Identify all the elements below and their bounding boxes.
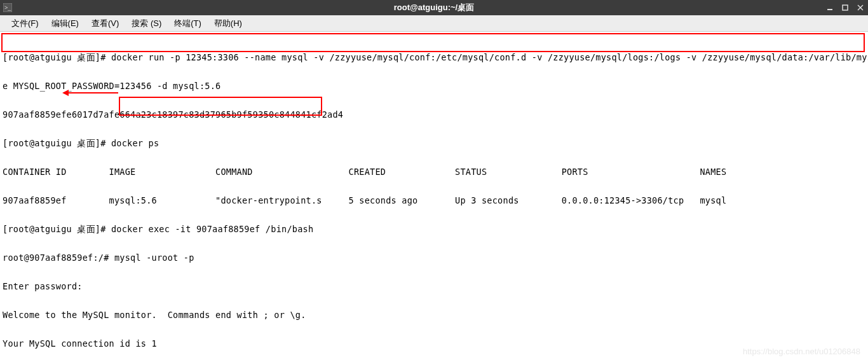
window-controls	[825, 3, 865, 13]
terminal-icon: >_	[0, 0, 15, 15]
terminal-line: 907aaf8859ef mysql:5.6 "docker-entrypoin…	[3, 196, 865, 205]
terminal-line: Welcome to the MySQL monitor. Commands e…	[3, 310, 865, 320]
terminal-line: root@907aaf8859ef:/# mysql -uroot -p	[3, 253, 865, 263]
svg-text:>_: >_	[4, 4, 11, 11]
close-button[interactable]	[855, 3, 865, 13]
menu-edit[interactable]: 编辑(E)	[45, 16, 85, 31]
menu-help[interactable]: 帮助(H)	[208, 16, 248, 31]
titlebar: >_ root@atguigu:~/桌面	[0, 0, 868, 15]
terminal-line: CONTAINER ID IMAGE COMMAND CREATED STATU…	[3, 167, 865, 177]
terminal-line: e MYSQL_ROOT_PASSWORD=123456 -d mysql:5.…	[3, 81, 865, 91]
menubar: 文件(F) 编辑(E) 查看(V) 搜索 (S) 终端(T) 帮助(H)	[0, 15, 868, 32]
minimize-button[interactable]	[825, 3, 835, 13]
menu-view[interactable]: 查看(V)	[85, 16, 125, 31]
terminal-line: Your MySQL connection id is 1	[3, 339, 865, 349]
menu-terminal[interactable]: 终端(T)	[168, 16, 208, 31]
menu-search[interactable]: 搜索 (S)	[125, 16, 168, 31]
maximize-button[interactable]	[840, 3, 850, 13]
terminal-line: [root@atguigu 桌面]# docker run -p 12345:3…	[3, 53, 865, 62]
terminal-output[interactable]: [root@atguigu 桌面]# docker run -p 12345:3…	[0, 32, 868, 360]
window-title: root@atguigu:~/桌面	[394, 2, 474, 13]
terminal-line: 907aaf8859efe6017d7afe664a23c18397c83d37…	[3, 110, 865, 120]
terminal-line: Enter password:	[3, 282, 865, 291]
terminal-line: [root@atguigu 桌面]# docker ps	[3, 139, 865, 148]
terminal-line: [root@atguigu 桌面]# docker exec -it 907aa…	[3, 225, 865, 234]
svg-rect-3	[843, 5, 848, 10]
menu-file[interactable]: 文件(F)	[5, 16, 45, 31]
